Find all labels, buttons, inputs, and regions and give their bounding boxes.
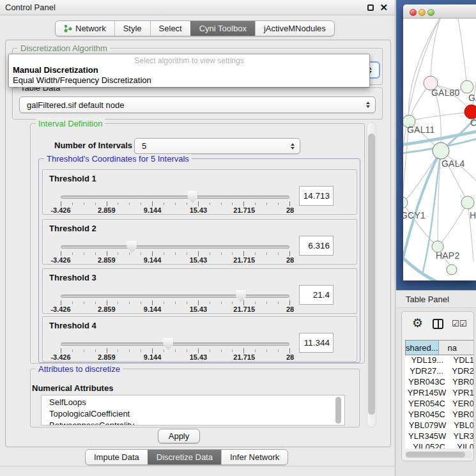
- tab-infer-network[interactable]: Infer Network: [221, 450, 288, 464]
- tab-cyni-toolbox[interactable]: Cyni Toolbox: [190, 21, 255, 36]
- node-table: shared... na YDL19...YDL1 YDR27...YDR2 Y…: [405, 340, 474, 449]
- close-icon[interactable]: ✕: [380, 1, 388, 15]
- threshold-2-slider[interactable]: [61, 245, 289, 249]
- table-panel-titlebar: Table Panel: [396, 290, 476, 308]
- list-scrollbar[interactable]: [335, 397, 341, 424]
- algorithm-hint: Select algorithm to view settings: [9, 56, 369, 65]
- slider-scale: -3.426 2.859 9.144 15.43 21.715 28: [61, 206, 290, 213]
- network-canvas[interactable]: GAL80 GA C GAL11 GAL4 GCY1 H HAP2: [403, 19, 476, 280]
- tab-jactivemnodules[interactable]: jActiveMNodules: [255, 21, 334, 36]
- table-header-row: shared... na: [405, 340, 474, 355]
- threshold-4-value-field[interactable]: 11.344: [299, 333, 334, 353]
- network-node[interactable]: [447, 265, 457, 275]
- number-of-intervals-combo[interactable]: 5: [134, 138, 300, 154]
- threshold-3-slider[interactable]: [61, 295, 289, 298]
- checkbox-icon[interactable]: ☑: [452, 319, 459, 328]
- attributes-group: Attributes to discretize Numerical Attri…: [30, 369, 360, 427]
- numerical-attributes-list[interactable]: SelfLoops TopologicalCoefficient Between…: [41, 395, 345, 426]
- scrollbar-thumb[interactable]: [368, 134, 375, 415]
- tab-select[interactable]: Select: [150, 21, 190, 36]
- scrollbar-thumb[interactable]: [406, 452, 465, 457]
- columns-icon[interactable]: [433, 319, 443, 329]
- network-node[interactable]: [461, 196, 474, 209]
- tab-style[interactable]: Style: [114, 21, 150, 36]
- algorithm-dropdown-popup: Select algorithm to view settings Manual…: [8, 54, 370, 88]
- checkbox-icon[interactable]: ☑: [459, 319, 467, 328]
- threshold-4-panel: Threshold 4 -3.426 2.859 9.144 15.43 21.…: [42, 316, 357, 362]
- bottom-tab-bar: Impute Data Discretize Data Infer Networ…: [85, 449, 288, 465]
- table-data-combo[interactable]: galFiltered.sif default node: [19, 96, 376, 113]
- divider: [0, 466, 395, 466]
- apply-button[interactable]: Apply: [158, 429, 200, 443]
- numerical-attributes-label: Numerical Attributes: [32, 383, 113, 393]
- attributes-group-title: Attributes to discretize: [36, 364, 123, 374]
- slider-ticks: [61, 300, 290, 305]
- minimize-traffic-light-icon[interactable]: [418, 9, 426, 16]
- close-traffic-light-icon[interactable]: [410, 9, 417, 16]
- table-row[interactable]: YER054CYER0: [405, 399, 474, 410]
- control-panel-title: Control Panel: [5, 3, 56, 12]
- popup-item-manual-discretization[interactable]: Manual Discretization: [13, 65, 98, 75]
- list-item[interactable]: SelfLoops: [42, 395, 344, 408]
- network-view-frame: GAL80 GA C GAL11 GAL4 GCY1 H HAP2: [396, 0, 476, 290]
- combo-stepper-icon: [291, 143, 295, 150]
- slider-ticks: [61, 201, 290, 206]
- table-row[interactable]: YBL079WYBL0: [405, 420, 474, 431]
- slider-scale: -3.426 2.859 9.144 15.43 21.715 28: [61, 353, 290, 360]
- network-window: GAL80 GA C GAL11 GAL4 GCY1 H HAP2: [403, 4, 476, 280]
- discretization-algorithm-title: Discretization Algorithm: [18, 43, 110, 53]
- node-label: GAL4: [441, 158, 465, 169]
- table-panel: ⚙ ☑ ☑ shared... na YDL19...YDL1 YDR27...…: [401, 311, 474, 461]
- table-panel-title: Table Panel: [406, 295, 449, 304]
- thresholds-group: Threshold's Coordinates for 5 Intervals …: [38, 158, 360, 363]
- tab-network[interactable]: Network: [56, 21, 114, 36]
- tab-discretize-data[interactable]: Discretize Data: [148, 450, 221, 464]
- thresholds-group-title: Threshold's Coordinates for 5 Intervals: [44, 154, 192, 164]
- table-row[interactable]: YPR145WYPR1: [405, 388, 474, 399]
- table-data-combo-value: galFiltered.sif default node: [27, 100, 124, 110]
- zoom-traffic-light-icon[interactable]: [427, 9, 434, 16]
- threshold-4-label: Threshold 4: [49, 321, 96, 330]
- threshold-1-slider[interactable]: [61, 196, 289, 199]
- gear-icon[interactable]: ⚙: [412, 317, 423, 330]
- threshold-3-panel: Threshold 3 -3.426 2.859 9.144 15.43 21.…: [42, 268, 357, 314]
- slider-ticks: [61, 348, 290, 353]
- list-item[interactable]: TopologicalCoefficient: [42, 408, 344, 420]
- table-row[interactable]: YLR345WYLR3: [405, 431, 474, 442]
- table-data-group: Table Data galFiltered.sif default node: [12, 88, 383, 119]
- column-header-shared-name[interactable]: shared...: [405, 340, 439, 355]
- combo-stepper-icon: [366, 102, 370, 108]
- threshold-2-value-field[interactable]: 6.316: [299, 236, 334, 256]
- tab-impute-data[interactable]: Impute Data: [86, 450, 148, 464]
- table-row[interactable]: YDR27...YDR2: [405, 366, 474, 377]
- node-label: GAL80: [431, 88, 460, 98]
- tab-label: Network: [75, 24, 106, 33]
- threshold-3-value-field[interactable]: 21.4: [299, 285, 334, 305]
- panel-scrollbar[interactable]: [367, 122, 376, 427]
- network-node-selected[interactable]: [464, 105, 476, 119]
- control-panel: Control Panel ✕ Network Style Select Cyn…: [0, 0, 395, 476]
- node-label: GAL11: [407, 125, 435, 135]
- table-hscrollbar[interactable]: [405, 451, 472, 458]
- table-row[interactable]: YIL052CYIL0: [405, 442, 474, 449]
- network-edges: [403, 19, 476, 280]
- network-node[interactable]: [433, 142, 449, 159]
- threshold-2-label: Threshold 2: [49, 224, 96, 233]
- table-row[interactable]: YBR045CYBR0: [405, 410, 474, 420]
- right-panels: GAL80 GA C GAL11 GAL4 GCY1 H HAP2 Table …: [396, 0, 476, 476]
- list-item[interactable]: BetweennessCentrality: [42, 420, 344, 426]
- network-node[interactable]: [461, 81, 473, 93]
- table-row[interactable]: YDL19...YDL1: [405, 355, 474, 366]
- node-label: GCY1: [403, 210, 426, 220]
- popup-item-equal-width-frequency[interactable]: Equal Width/Frequency Discretization: [13, 75, 151, 85]
- column-header-name[interactable]: na: [439, 340, 474, 355]
- number-of-intervals-label: Number of Intervals: [54, 141, 132, 150]
- threshold-1-value-field[interactable]: 14.713: [299, 186, 334, 206]
- threshold-4-slider[interactable]: [61, 342, 289, 346]
- threshold-2-panel: Threshold 2 -3.426 2.859 9.144 15.43 21.…: [42, 219, 357, 265]
- float-window-icon[interactable]: [367, 4, 374, 11]
- node-label: C: [470, 118, 476, 128]
- table-row[interactable]: YBR043CYBR0: [405, 377, 474, 388]
- interval-definition-group: Interval Definition Number of Intervals …: [30, 123, 365, 364]
- network-window-titlebar[interactable]: [403, 4, 476, 19]
